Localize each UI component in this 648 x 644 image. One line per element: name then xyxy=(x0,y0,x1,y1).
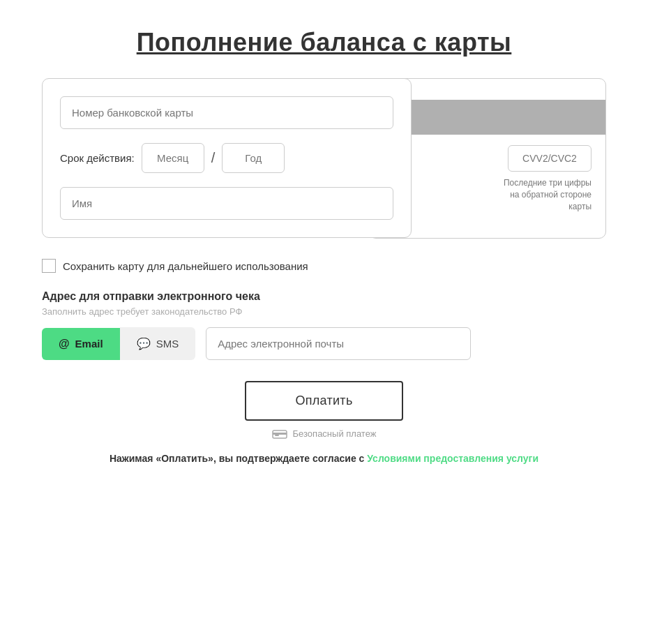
tab-email-button[interactable]: @ Email xyxy=(42,328,120,360)
year-input[interactable] xyxy=(222,143,285,173)
email-input[interactable] xyxy=(206,327,471,360)
sms-icon: 💬 xyxy=(137,337,151,350)
save-card-label: Сохранить карту для дальнейшего использо… xyxy=(63,260,308,272)
save-card-checkbox[interactable] xyxy=(42,259,56,273)
card-form-box: Срок действия: / xyxy=(42,78,412,238)
secure-payment-row: Безопасный платеж xyxy=(272,428,377,439)
cvv-description: Последние три цифры на обратной стороне … xyxy=(501,177,592,212)
tab-sms-label: SMS xyxy=(156,338,179,350)
card-section: Срок действия: / Последние три цифры на … xyxy=(42,78,606,238)
pay-section: Оплатить Безопасный платеж xyxy=(42,381,606,439)
receipt-section: Адрес для отправки электронного чека Зап… xyxy=(42,290,606,360)
receipt-title: Адрес для отправки электронного чека xyxy=(42,290,606,303)
tab-email-label: Email xyxy=(75,338,103,350)
expiry-row: Срок действия: / xyxy=(60,143,393,173)
tab-sms-button[interactable]: 💬 SMS xyxy=(120,327,196,360)
expiry-label: Срок действия: xyxy=(60,152,135,164)
receipt-subtitle: Заполнить адрес требует законодательство… xyxy=(42,306,606,317)
svg-rect-1 xyxy=(273,433,287,435)
page-title: Пополнение баланса с карты xyxy=(42,28,606,57)
page-container: Пополнение баланса с карты Срок действия… xyxy=(14,14,634,478)
name-input[interactable] xyxy=(60,187,393,220)
terms-text: Нажимая «Оплатить», вы подтверждаете сог… xyxy=(42,453,606,464)
svg-rect-2 xyxy=(275,435,279,436)
expiry-separator: / xyxy=(211,150,216,166)
cvv-input[interactable] xyxy=(508,145,592,172)
pay-button[interactable]: Оплатить xyxy=(245,381,402,421)
contact-row: @ Email 💬 SMS xyxy=(42,327,606,360)
lock-card-icon xyxy=(272,428,287,439)
at-icon: @ xyxy=(59,338,70,350)
terms-prefix: Нажимая «Оплатить», вы подтверждаете сог… xyxy=(110,453,367,464)
card-number-input[interactable] xyxy=(60,96,393,129)
secure-payment-label: Безопасный платеж xyxy=(293,428,377,439)
save-card-row: Сохранить карту для дальнейшего использо… xyxy=(42,259,606,273)
month-input[interactable] xyxy=(142,143,204,173)
terms-link[interactable]: Условиями предоставления услуги xyxy=(367,453,538,464)
